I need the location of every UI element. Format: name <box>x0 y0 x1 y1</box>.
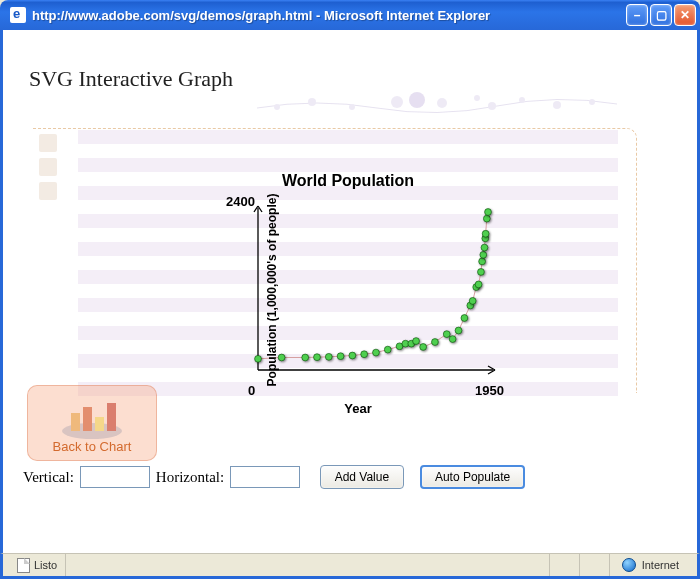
decorative-beads <box>257 90 637 120</box>
chart-y-max-tick: 2400 <box>226 194 255 209</box>
svg-rect-19 <box>83 407 92 431</box>
data-point[interactable] <box>384 346 391 353</box>
svg-point-6 <box>474 95 480 101</box>
add-value-button[interactable]: Add Value <box>320 465 405 489</box>
data-point[interactable] <box>443 331 450 338</box>
svg-rect-18 <box>71 413 80 431</box>
document-icon <box>17 558 30 573</box>
data-point[interactable] <box>469 297 476 304</box>
data-point[interactable] <box>475 281 482 288</box>
svg-rect-20 <box>95 417 104 431</box>
chart-x-min-tick: 0 <box>248 383 255 398</box>
back-to-chart-button[interactable]: Back to Chart <box>27 385 157 461</box>
svg-point-2 <box>349 104 355 110</box>
ie-icon <box>10 7 26 23</box>
window-titlebar: http://www.adobe.com/svg/demos/graph.htm… <box>0 0 700 30</box>
data-point[interactable] <box>481 244 488 251</box>
data-point[interactable] <box>255 355 262 362</box>
window-title: http://www.adobe.com/svg/demos/graph.htm… <box>32 8 490 23</box>
svg-point-9 <box>553 101 561 109</box>
data-point[interactable] <box>485 209 492 216</box>
data-point[interactable] <box>478 269 485 276</box>
data-point[interactable] <box>413 338 420 345</box>
maximize-button[interactable]: ▢ <box>650 4 672 26</box>
data-point[interactable] <box>479 258 486 265</box>
close-button[interactable]: ✕ <box>674 4 696 26</box>
svg-point-4 <box>409 92 425 108</box>
data-point[interactable] <box>432 339 439 346</box>
data-point[interactable] <box>314 354 321 361</box>
bar-chart-icon <box>57 399 127 439</box>
svg-point-1 <box>308 98 316 106</box>
data-point[interactable] <box>325 353 332 360</box>
data-point[interactable] <box>482 230 489 237</box>
chart-x-axis-label: Year <box>218 401 498 416</box>
chart-y-axis-label: Population (1,000,000's of people) <box>265 194 279 387</box>
chart-svg <box>218 200 498 380</box>
data-point[interactable] <box>455 327 462 334</box>
data-point[interactable] <box>480 251 487 258</box>
svg-point-3 <box>391 96 403 108</box>
chart-plot[interactable]: Population (1,000,000's of people) 2400 … <box>218 200 498 380</box>
chart-x-max-tick: 1950 <box>475 383 504 398</box>
svg-point-7 <box>488 102 496 110</box>
legend-swatches <box>39 134 57 206</box>
data-point[interactable] <box>337 353 344 360</box>
chart-area: World Population Population (1,000,000's… <box>78 130 618 430</box>
back-to-chart-label: Back to Chart <box>53 439 132 454</box>
minimize-button[interactable]: – <box>626 4 648 26</box>
status-bar: Listo Internet <box>0 553 700 579</box>
svg-rect-21 <box>107 403 116 431</box>
vertical-label: Vertical: <box>23 469 74 486</box>
status-text: Listo <box>34 559 57 571</box>
svg-point-0 <box>274 104 280 110</box>
security-zone: Internet <box>642 559 679 571</box>
data-point[interactable] <box>373 349 380 356</box>
horizontal-input[interactable] <box>230 466 300 488</box>
svg-point-5 <box>437 98 447 108</box>
data-point[interactable] <box>449 336 456 343</box>
data-point[interactable] <box>302 354 309 361</box>
auto-populate-button[interactable]: Auto Populate <box>420 465 525 489</box>
page-body: SVG Interactive Graph World Population P… <box>0 30 700 553</box>
chart-title: World Population <box>78 172 618 190</box>
globe-icon <box>622 558 636 572</box>
data-point[interactable] <box>461 315 468 322</box>
data-point[interactable] <box>361 351 368 358</box>
input-form: Vertical: Horizontal: Add Value Auto Pop… <box>23 465 525 489</box>
data-point[interactable] <box>483 215 490 222</box>
data-point[interactable] <box>420 344 427 351</box>
vertical-input[interactable] <box>80 466 150 488</box>
page-title: SVG Interactive Graph <box>29 66 677 92</box>
svg-point-10 <box>589 99 595 105</box>
data-point[interactable] <box>349 352 356 359</box>
horizontal-label: Horizontal: <box>156 469 224 486</box>
svg-point-8 <box>519 97 525 103</box>
